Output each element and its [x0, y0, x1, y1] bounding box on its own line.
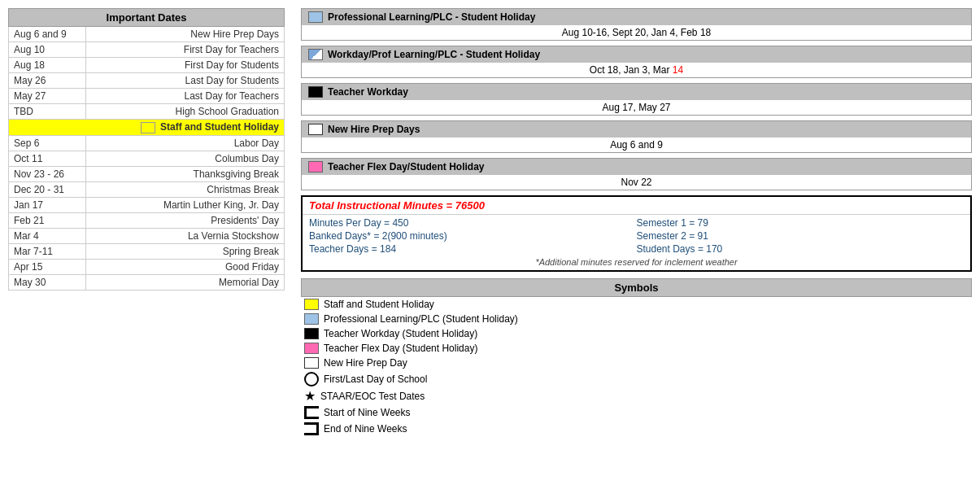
- date-cell: Feb 21: [9, 212, 86, 228]
- symbol-label: Professional Learning/PLC (Student Holid…: [324, 313, 518, 325]
- table-row: Aug 18First Day for Students: [9, 58, 285, 73]
- legend-label: New Hire Prep Days: [328, 124, 420, 135]
- table-row: May 26Last Day for Students: [9, 73, 285, 89]
- star-symbol: ★: [304, 390, 316, 403]
- table-row: May 27Last Day for Teachers: [9, 89, 285, 104]
- legend-header: Professional Learning/PLC - Student Holi…: [302, 9, 971, 25]
- legend-box: Professional Learning/PLC - Student Holi…: [301, 8, 972, 41]
- event-cell: High School Graduation: [86, 104, 285, 120]
- legend-header: Teacher Workday: [302, 84, 971, 100]
- date-cell: Sep 6: [9, 135, 86, 151]
- dates-table: Aug 6 and 9New Hire Prep DaysAug 10First…: [8, 27, 285, 290]
- symbol-row: First/Last Day of School: [301, 370, 972, 388]
- stats-grid: Minutes Per Day = 450 Semester 1 = 79 Ba…: [303, 215, 970, 270]
- pink-swatch-sym: [304, 343, 319, 354]
- date-cell: Mar 7-11: [9, 243, 86, 259]
- symbol-row: Teacher Flex Day (Student Holiday): [301, 341, 972, 356]
- date-cell: Aug 6 and 9: [9, 27, 86, 42]
- date-cell: Nov 23 - 26: [9, 166, 86, 181]
- date-cell: Aug 10: [9, 42, 86, 58]
- legend-box: Teacher Workday Aug 17, May 27: [301, 83, 972, 116]
- table-row: Nov 23 - 26Thanksgiving Break: [9, 166, 285, 181]
- event-cell: Labor Day: [86, 135, 285, 151]
- event-cell: New Hire Prep Days: [86, 27, 285, 42]
- legend-details: Aug 6 and 9: [302, 138, 971, 152]
- event-cell: First Day for Teachers: [86, 42, 285, 58]
- diagonal-swatch: [308, 49, 323, 60]
- table-row: Jan 17Martin Luther King, Jr. Day: [9, 197, 285, 212]
- section-header: Staff and Student Holiday: [9, 120, 285, 136]
- student-days: Student Days = 170: [637, 242, 965, 256]
- table-row: Aug 6 and 9New Hire Prep Days: [9, 27, 285, 42]
- blue-swatch: [308, 11, 323, 23]
- date-cell: Jan 17: [9, 197, 86, 212]
- legend-header: New Hire Prep Days: [302, 121, 971, 138]
- legend-details: Aug 10-16, Sept 20, Jan 4, Feb 18: [302, 25, 971, 40]
- legend-details: Nov 22: [302, 175, 971, 190]
- black-swatch: [308, 86, 323, 98]
- date-cell: May 30: [9, 274, 86, 290]
- legend-details: Aug 17, May 27: [302, 100, 971, 115]
- event-cell: Presidents' Day: [86, 212, 285, 228]
- table-row: Mar 7-11Spring Break: [9, 243, 285, 259]
- event-cell: Last Day for Students: [86, 73, 285, 89]
- symbol-label: First/Last Day of School: [324, 374, 427, 385]
- symbol-row: Professional Learning/PLC (Student Holid…: [301, 312, 972, 326]
- event-cell: Memorial Day: [86, 274, 285, 290]
- event-cell: Thanksgiving Break: [86, 166, 285, 181]
- date-cell: May 26: [9, 73, 86, 89]
- symbol-row: Start of Nine Weeks: [301, 404, 972, 421]
- black-swatch-sym: [304, 328, 319, 339]
- legend-label: Workday/Prof Learning/PLC - Student Holi…: [328, 49, 540, 60]
- white-swatch-sym: [304, 357, 319, 369]
- important-dates-title: Important Dates: [8, 8, 285, 27]
- symbol-label: STAAR/EOC Test Dates: [320, 391, 425, 402]
- legend-header: Workday/Prof Learning/PLC - Student Holi…: [302, 46, 971, 63]
- table-row: TBDHigh School Graduation: [9, 104, 285, 120]
- bracket-right-symbol: [304, 422, 319, 435]
- table-row: Aug 10First Day for Teachers: [9, 42, 285, 58]
- legend-details: Oct 18, Jan 3, Mar 14: [302, 63, 971, 77]
- date-cell: Aug 18: [9, 58, 86, 73]
- red-date: 14: [673, 64, 683, 76]
- table-row: Mar 4La Vernia Stockshow: [9, 228, 285, 243]
- table-row: Apr 15Good Friday: [9, 259, 285, 274]
- event-cell: Christmas Break: [86, 181, 285, 197]
- bracket-left-symbol: [304, 406, 319, 419]
- table-row: May 30Memorial Day: [9, 274, 285, 290]
- footnote: *Additional minutes reserved for incleme…: [309, 256, 964, 269]
- event-cell: Last Day for Teachers: [86, 89, 285, 104]
- banked-days: Banked Days* = 2(900 minutes): [309, 229, 637, 242]
- symbol-row: Staff and Student Holiday: [301, 297, 972, 312]
- right-panel: Professional Learning/PLC - Student Holi…: [301, 8, 972, 490]
- circle-symbol: [304, 372, 319, 387]
- legend-box: Teacher Flex Day/Student Holiday Nov 22: [301, 158, 972, 190]
- pink-swatch: [308, 161, 323, 173]
- date-cell: TBD: [9, 104, 86, 120]
- table-row: Sep 6Labor Day: [9, 135, 285, 151]
- yellow-swatch: [304, 299, 319, 310]
- symbols-title: Symbols: [301, 278, 972, 297]
- event-cell: Columbus Day: [86, 151, 285, 166]
- event-cell: First Day for Students: [86, 58, 285, 73]
- date-cell: May 27: [9, 89, 86, 104]
- blue-swatch-sym: [304, 313, 319, 325]
- legend-box: Workday/Prof Learning/PLC - Student Holi…: [301, 46, 972, 78]
- event-cell: La Vernia Stockshow: [86, 228, 285, 243]
- symbol-row: Teacher Workday (Student Holiday): [301, 326, 972, 341]
- symbol-label: Staff and Student Holiday: [324, 299, 434, 310]
- date-cell: Mar 4: [9, 228, 86, 243]
- legend-header: Teacher Flex Day/Student Holiday: [302, 159, 971, 175]
- symbol-row: New Hire Prep Day: [301, 356, 972, 370]
- holiday-header-cell: Staff and Student Holiday: [9, 120, 285, 136]
- event-cell: Good Friday: [86, 259, 285, 274]
- legend-box: New Hire Prep Days Aug 6 and 9: [301, 120, 972, 153]
- date-cell: Apr 15: [9, 259, 86, 274]
- symbol-label: Teacher Flex Day (Student Holiday): [324, 343, 477, 354]
- semester2: Semester 2 = 91: [637, 229, 965, 242]
- table-row: Feb 21Presidents' Day: [9, 212, 285, 228]
- symbol-label: New Hire Prep Day: [324, 357, 407, 369]
- date-cell: Oct 11: [9, 151, 86, 166]
- semester1: Semester 1 = 79: [637, 216, 965, 229]
- table-row: Oct 11Columbus Day: [9, 151, 285, 166]
